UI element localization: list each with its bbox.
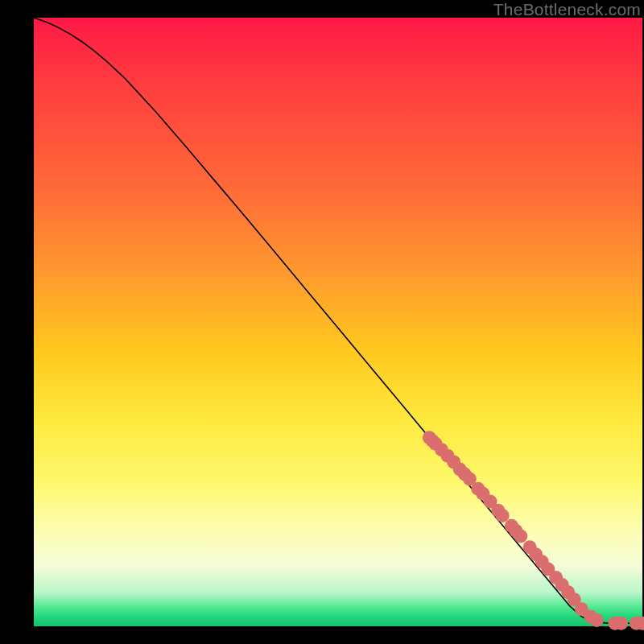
- series-line: [34, 18, 642, 623]
- data-point: [614, 617, 628, 630]
- watermark-text: TheBottleneck.com: [493, 0, 641, 19]
- data-point: [590, 613, 604, 627]
- plot-area: [34, 18, 642, 626]
- data-point: [496, 509, 510, 522]
- data-point: [514, 530, 527, 543]
- chart-svg: [34, 18, 642, 626]
- markers-group: [423, 431, 644, 630]
- chart-frame: TheBottleneck.com: [0, 0, 644, 644]
